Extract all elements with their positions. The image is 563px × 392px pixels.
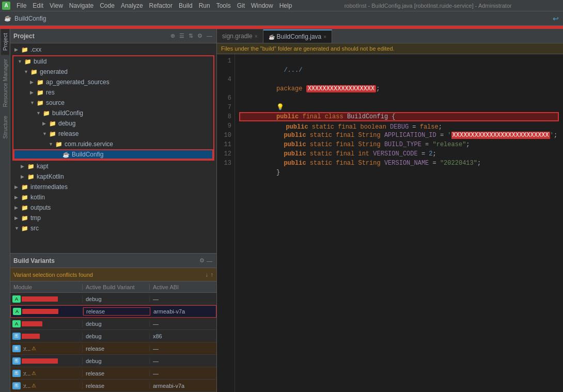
tree-item-kapt[interactable]: ▶ 📁 kapt (10, 161, 216, 171)
tree-item-buildconfig-file[interactable]: ☕ BuildConfig (13, 149, 213, 160)
menu-run[interactable]: Run (196, 0, 213, 11)
folder-icon-outputs: 📁 (21, 204, 29, 211)
bv-cell-variant-7[interactable]: release (83, 370, 150, 377)
arrow-kotlin: ▶ (14, 195, 21, 200)
menu-edit[interactable]: Edit (29, 0, 46, 11)
tree-item-debug[interactable]: ▶ 📁 debug (13, 118, 213, 129)
code-kw-final-7: final (338, 123, 360, 131)
menu-file[interactable]: File (13, 0, 29, 11)
line-num-8: 8 (217, 112, 231, 121)
tree-item-com-ruide[interactable]: ▼ 📁 com.ruide.service (13, 139, 213, 149)
tree-item-outputs[interactable]: ▶ 📁 outputs (10, 202, 216, 213)
structure-tab[interactable]: Structure (1, 112, 9, 143)
line-num-5 (217, 84, 231, 93)
bv-minimize-icon[interactable]: — (206, 257, 213, 265)
settings-icon[interactable]: ⚙ (196, 32, 204, 40)
bv-cell-variant-3[interactable]: debug (83, 321, 150, 327)
menu-window[interactable]: Window (248, 0, 276, 11)
code-kw-string-11: String (358, 160, 384, 167)
bv-row-7[interactable]: 图 :r... ⚠ release — (10, 367, 216, 380)
code-package-name: XXXXXXXXXXXXXXXXXX (306, 85, 377, 92)
bv-cell-variant-5[interactable]: release (83, 346, 150, 352)
label-kapt: kapt (37, 163, 49, 170)
bv-row-3[interactable]: A debug — (10, 318, 216, 330)
tree-item-res[interactable]: ▶ 📁 res (13, 87, 213, 98)
line-num-4: 4 (217, 75, 231, 84)
code-versionname-val: "20220413" (440, 160, 477, 167)
tree-item-release[interactable]: ▼ 📁 release (13, 129, 213, 139)
tree-item-src[interactable]: ▼ 📁 src (10, 223, 216, 233)
module-bar-1 (22, 296, 58, 302)
line-num-9: 9 (217, 121, 231, 131)
sort-icon[interactable]: ⇅ (187, 32, 194, 40)
bv-row-5[interactable]: 图 :r... ⚠ release — (10, 342, 216, 355)
tab-sign-gradle[interactable]: sign.gradle × (217, 29, 263, 43)
menu-refactor[interactable]: Refactor (146, 0, 176, 11)
tree-item-buildconfig-folder[interactable]: ▼ 📁 buildConfig (13, 108, 213, 118)
menu-help[interactable]: Help (276, 0, 295, 11)
menu-build[interactable]: Build (176, 0, 196, 11)
tree-item-kaptKotlin[interactable]: ▶ 📁 kaptKotlin (10, 171, 216, 182)
bv-down-icon[interactable]: ↓ (205, 271, 208, 278)
tree-item-build[interactable]: ▼ 📁 build (13, 56, 213, 67)
project-tab[interactable]: Project (1, 29, 9, 55)
code-content[interactable]: /.../ package XXXXXXXXXXXXXXXXXX; 💡 publ… (235, 54, 563, 392)
menu-view[interactable]: View (46, 0, 66, 11)
bv-cell-variant-2[interactable]: release (83, 307, 150, 316)
bv-settings-icon[interactable]: ⚙ (198, 256, 206, 265)
bv-up-icon[interactable]: ↑ (210, 271, 213, 278)
bv-cell-variant-8[interactable]: release (83, 383, 150, 389)
tree-item-source[interactable]: ▼ 📁 source (13, 98, 213, 108)
project-panel-header: Project ⊕ ☰ ⇅ ⚙ — (10, 29, 216, 43)
menu-code[interactable]: Code (97, 0, 118, 11)
label-buildconfig-folder: buildConfig (52, 109, 83, 117)
code-kw-public-10: public (276, 150, 310, 158)
tree-item-generated[interactable]: ▼ 📁 generated (13, 67, 213, 77)
bv-cell-variant-1[interactable]: debug (83, 296, 150, 302)
code-semi-11: ; (477, 160, 481, 167)
minimize-icon[interactable]: — (206, 32, 213, 40)
menu-navigate[interactable]: Navigate (66, 0, 97, 11)
label-outputs: outputs (30, 204, 51, 211)
tree-item-intermediates[interactable]: ▶ 📁 intermediates (10, 182, 216, 192)
bv-row-8[interactable]: 图 :r... ⚠ release armeabi-v7a (10, 380, 216, 392)
bv-row-2[interactable]: A release armeabi-v7a (10, 305, 216, 318)
bv-row-4[interactable]: 图 debug x86 (10, 330, 216, 342)
resource-manager-tab[interactable]: Resource Manager (1, 55, 9, 112)
add-icon[interactable]: ⊕ (169, 32, 176, 40)
bv-cell-variant-6[interactable]: debug (83, 358, 150, 364)
arrow-kaptKotlin: ▶ (21, 174, 27, 179)
arrow-ap-gen: ▶ (30, 80, 36, 85)
bv-row-6[interactable]: 图 debug — (10, 355, 216, 367)
tab-buildconfig[interactable]: ☕ BuildConfig.java × (263, 29, 333, 43)
menu-analyze[interactable]: Analyze (118, 0, 146, 11)
bv-cell-variant-4[interactable]: debug (83, 333, 150, 339)
bv-cell-abi-5: — (150, 346, 201, 352)
bv-cell-abi-7: — (150, 370, 201, 377)
label-src: src (30, 225, 39, 232)
folder-icon-cxx: 📁 (21, 46, 29, 53)
tree-item-ap-gen[interactable]: ▶ 📁 ap_generated_sources (13, 77, 213, 87)
code-kw-final-9: final (336, 141, 358, 148)
menu-git[interactable]: Git (234, 0, 248, 11)
folder-icon-kotlin: 📁 (21, 194, 29, 201)
tree-item-kotlin[interactable]: ▶ 📁 kotlin (10, 192, 216, 202)
code-area[interactable]: 1 4 6 7 8 9 10 11 12 13 /.../ (217, 54, 563, 392)
folder-icon-intermediates: 📁 (21, 183, 29, 191)
code-appid-endquote: ' (550, 132, 554, 139)
bv-row-1[interactable]: A debug — (10, 293, 216, 305)
arrow-kapt: ▶ (21, 164, 27, 169)
tab-sign-gradle-close[interactable]: × (255, 34, 258, 39)
code-semi-9: ; (466, 141, 470, 148)
label-build: build (34, 58, 46, 65)
back-icon[interactable]: ↩ (553, 14, 559, 23)
tab-buildconfig-close[interactable]: × (323, 34, 326, 40)
tree-item-cxx[interactable]: ▶ 📁 .cxx (10, 44, 216, 55)
list-icon[interactable]: ☰ (178, 32, 185, 40)
line-num-11: 11 (217, 140, 231, 149)
menu-tools[interactable]: Tools (213, 0, 234, 11)
module-bar-2 (22, 309, 58, 314)
tree-item-tmp[interactable]: ▶ 📁 tmp (10, 213, 216, 223)
folder-icon-build: 📁 (24, 58, 32, 65)
code-appid-value: XXXXXXXXXXXXXXXXXXXXXXXXXX (451, 132, 550, 139)
